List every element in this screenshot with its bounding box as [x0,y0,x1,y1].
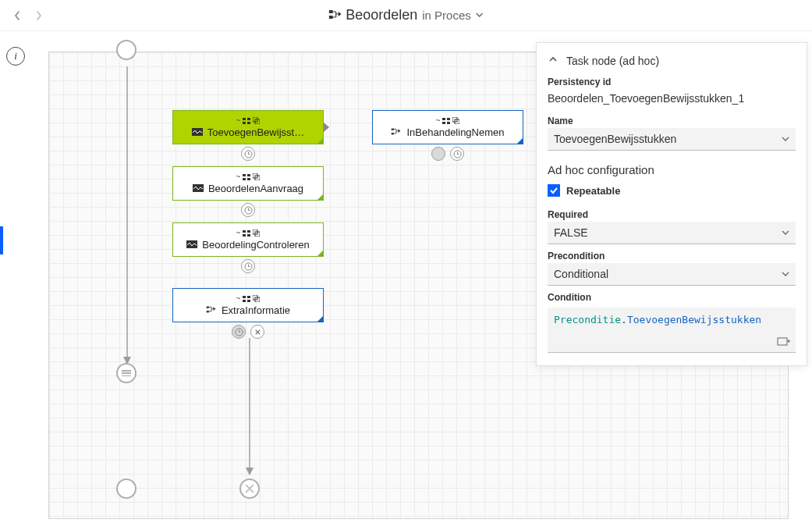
name-label: Name [548,116,796,126]
subprocess-icon [206,304,217,316]
chevron-down-icon [782,270,789,278]
port-timer[interactable] [241,147,255,161]
node-badges: ~ [436,117,460,125]
node-toevoegen-bewijsstukken[interactable]: ~ ToevoegenBewijsst… [172,110,324,144]
svg-rect-22 [247,174,250,176]
svg-rect-6 [243,122,246,124]
repeatable-checkbox[interactable] [548,184,560,197]
node-label: ExtraInformatie [222,304,290,316]
end-node[interactable] [116,478,137,499]
svg-rect-29 [243,230,246,233]
collapse-button[interactable] [548,54,558,67]
port-filled[interactable] [431,147,445,161]
activity-icon [192,126,203,138]
breadcrumb-title: Beoordelen [346,7,417,23]
activity-icon [186,239,197,251]
selection-handle[interactable] [324,123,329,132]
svg-rect-44 [207,311,209,312]
svg-rect-24 [247,178,250,180]
name-select-value: ToevoegenBewijsstukken [554,133,676,145]
svg-rect-43 [207,306,209,308]
rail-active-indicator [0,226,3,254]
svg-rect-15 [447,122,450,124]
nav-forward-button[interactable] [28,5,50,27]
svg-rect-37 [243,296,246,298]
condition-editor[interactable]: Preconditie.ToevoegenBewijsstukken [548,308,796,353]
node-extra-informatie[interactable]: ~ ExtraInformatie [172,288,324,322]
start-node-top[interactable] [116,40,137,60]
svg-rect-19 [392,133,394,134]
properties-panel: Task node (ad hoc) Persistency id Beoord… [536,42,807,366]
left-rail: i [0,31,31,530]
svg-rect-4 [243,118,246,120]
port-timer[interactable] [241,259,255,273]
node-label: InBehandelingNemen [406,126,504,138]
svg-rect-13 [447,118,450,120]
svg-rect-12 [442,118,445,120]
nav-back-button[interactable] [6,5,28,27]
svg-rect-32 [247,234,250,237]
svg-rect-23 [243,178,246,180]
info-button[interactable]: i [6,47,25,66]
chevron-down-icon [782,135,789,143]
required-select[interactable]: FALSE [548,222,796,244]
breadcrumb[interactable]: Beoordelen in Proces [328,7,484,23]
name-select[interactable]: ToevoegenBewijsstukken [548,128,796,151]
repeatable-label: Repeatable [566,185,620,197]
node-badges: ~ [236,117,261,125]
intermediate-node[interactable] [116,363,137,383]
required-label: Required [548,209,796,220]
expand-editor-button[interactable] [777,336,791,349]
panel-title: Task node (ad hoc) [566,55,659,67]
condition-part-a: Preconditie [554,314,621,325]
port-timer[interactable] [450,147,464,161]
persistency-id-label: Persistency id [548,76,796,87]
port-timer[interactable] [232,325,246,339]
port-timer[interactable] [241,203,255,217]
svg-rect-18 [392,128,394,130]
activity-icon [193,183,204,194]
node-label: BeoordelingControleren [202,239,309,251]
breadcrumb-context: in Proces [422,9,471,22]
node-badges: ~ [236,295,261,303]
required-select-value: FALSE [554,226,588,239]
header-bar: Beoordelen in Proces [0,0,812,31]
adhoc-section-title: Ad hoc configuration [537,152,807,181]
precondition-label: Precondition [548,251,796,261]
svg-rect-39 [243,300,246,302]
process-icon [328,9,341,22]
node-in-behandeling-nemen[interactable]: ~ InBehandelingNemen [372,110,523,144]
svg-rect-21 [243,174,246,176]
node-badges: ~ [236,173,261,181]
node-beoordeling-controleren[interactable]: ~ BeoordelingControleren [172,222,324,257]
end-node-cancel[interactable] [239,478,260,499]
svg-rect-7 [247,122,250,124]
precondition-select-value: Conditional [554,268,608,280]
condition-part-b: ToevoegenBewijsstukken [627,314,761,325]
svg-rect-40 [247,300,250,302]
chevron-down-icon [476,9,484,21]
svg-rect-38 [247,296,250,298]
svg-rect-14 [442,122,445,124]
chevron-down-icon [782,229,789,237]
node-beoordelen-aanvraag[interactable]: ~ BeoordelenAanvraag [172,166,324,201]
node-label: BeoordelenAanvraag [208,183,303,194]
svg-rect-30 [247,230,250,233]
svg-rect-46 [778,338,787,345]
condition-label: Condition [548,292,796,303]
svg-rect-5 [247,118,250,120]
svg-rect-31 [243,234,246,237]
port-cancel[interactable] [250,325,264,339]
svg-rect-0 [328,10,332,13]
persistency-id-value: Beoordelen_ToevoegenBewijsstukken_1 [548,89,796,109]
precondition-select[interactable]: Conditional [548,263,796,286]
node-badges: ~ [236,229,261,237]
svg-rect-1 [328,16,332,19]
node-label: ToevoegenBewijsst… [207,126,304,138]
subprocess-icon [391,126,402,138]
